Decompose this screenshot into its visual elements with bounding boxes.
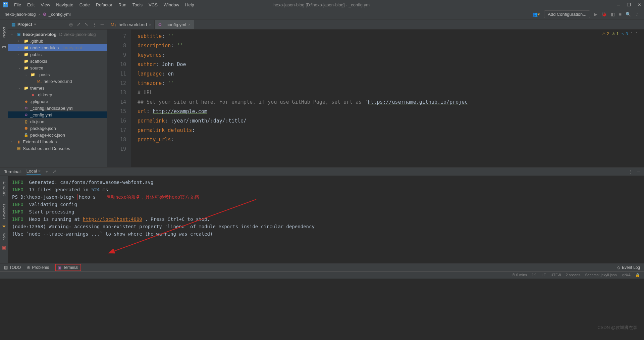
problems-tool-button[interactable]: ⊘ Problems	[27, 265, 49, 270]
tree-item-_config.yml[interactable]: ⚙_config.yml	[8, 111, 107, 118]
maximize-icon[interactable]: ❐	[627, 2, 631, 7]
target-icon[interactable]: ◎	[69, 22, 73, 27]
favorites-tool-button[interactable]: Favorites	[2, 201, 6, 222]
npm-tool-button[interactable]: npm	[2, 231, 6, 243]
status-item-4[interactable]: 2 spaces	[566, 273, 580, 277]
breadcrumb[interactable]: hexo-jason-blog › ⚙ _config.yml	[5, 12, 71, 17]
tab-hello-world.md[interactable]: M↓hello-world.md×	[107, 20, 155, 29]
terminal-tab-local[interactable]: Local ×	[26, 168, 41, 175]
external-libraries[interactable]: ›▮External Libraries	[8, 138, 107, 145]
tree-item-hello-world.md[interactable]: M↓hello-world.md	[8, 78, 107, 85]
more-icon[interactable]: ⋮	[92, 22, 97, 27]
weak-warning-icon[interactable]: ⚠1	[612, 32, 619, 36]
structure-tool-button[interactable]: Structure	[2, 179, 6, 199]
search-icon[interactable]: 🔍	[626, 12, 631, 17]
breadcrumb-root[interactable]: hexo-jason-blog	[5, 12, 36, 17]
breadcrumb-file[interactable]: _config.yml	[49, 12, 71, 17]
svg-rect-1	[4, 3, 5, 4]
terminal-title: Terminal:	[4, 169, 22, 174]
terminal-tool-button[interactable]: ▣ Terminal	[55, 264, 81, 271]
code-area[interactable]: subtitle: ''description: ''keywords: aut…	[131, 30, 644, 167]
main-menu: FileEditViewNavigateCodeRefactorRunTools…	[11, 1, 197, 8]
status-item-7[interactable]: 🔒	[635, 273, 640, 277]
coverage-icon[interactable]: ◧	[611, 12, 615, 17]
tree-item-themes[interactable]: ⌄📁themes	[8, 85, 107, 91]
menu-refactor[interactable]: Refactor	[93, 1, 115, 8]
chevron-down-icon[interactable]: ˅	[635, 32, 637, 36]
project-tree[interactable]: ⌄▣ hexo-jason-blog D:\hexo-jason-blog ›📁…	[8, 30, 107, 167]
todo-tool-button[interactable]: ▤ TODO	[4, 265, 21, 270]
menu-navigate[interactable]: Navigate	[53, 1, 76, 8]
add-configuration-button[interactable]: Add Configuration...	[544, 10, 590, 18]
editor-body[interactable]: 78910111213141516171819 subtitle: ''desc…	[107, 30, 644, 167]
typo-icon[interactable]: ∿3	[621, 32, 628, 36]
menu-window[interactable]: Window	[161, 1, 182, 8]
menu-help[interactable]: Help	[182, 1, 197, 8]
menu-edit[interactable]: Edit	[24, 1, 37, 8]
main-layout: Project ▭ ▤Project ▾ ◎ ⤢ ⤡ ⋮ ─ ⌄▣ hexo-j…	[0, 19, 644, 167]
menu-tools[interactable]: Tools	[130, 1, 145, 8]
project-title[interactable]: ▤Project ▾	[11, 22, 36, 27]
tree-item-.github[interactable]: ›📁.github	[8, 38, 107, 44]
tree-root[interactable]: ⌄▣ hexo-jason-blog D:\hexo-jason-blog	[8, 31, 107, 38]
warning-icon[interactable]: ⚠2	[602, 32, 609, 36]
status-item-5[interactable]: Schema: jekyll.json	[585, 273, 617, 277]
tab-_config.yml[interactable]: ⚙_config.yml×	[155, 20, 194, 29]
debug-icon[interactable]: 🐞	[601, 12, 607, 17]
chevron-up-icon[interactable]: ˄	[631, 32, 633, 36]
tree-item-node_modules[interactable]: ›📁node_moduleslibrary root	[8, 44, 107, 51]
tree-item-scaffolds[interactable]: 📁scaffolds	[8, 58, 107, 64]
gutter: 78910111213141516171819	[107, 30, 131, 167]
inspections-widget[interactable]: ⚠2 ⚠1 ∿3 ˄ ˅	[602, 32, 637, 36]
menu-vcs[interactable]: VCS	[146, 1, 160, 8]
remote-host-icon[interactable]: ▭	[2, 44, 6, 49]
status-item-3[interactable]: UTF-8	[550, 273, 561, 277]
hide-icon[interactable]: ─	[101, 22, 104, 27]
menu-code[interactable]: Code	[77, 1, 93, 8]
tree-item-db.json[interactable]: {}db.json	[8, 118, 107, 125]
tree-item-source[interactable]: ⌄📁source	[8, 64, 107, 71]
minimize-icon[interactable]: ─	[617, 2, 620, 7]
expand-terminal-icon[interactable]: ⤢	[53, 169, 56, 174]
scratches-consoles[interactable]: ▤Scratches and Consoles	[8, 145, 107, 152]
npm-icon[interactable]: ▣	[2, 245, 6, 250]
tree-item-_posts[interactable]: ⌄📁_posts	[8, 71, 107, 78]
stop-icon[interactable]: ■	[619, 12, 622, 17]
menu-view[interactable]: View	[38, 1, 53, 8]
run-icon[interactable]: ▶	[594, 12, 597, 17]
tree-item-.gitignore[interactable]: ◆.gitignore	[8, 98, 107, 105]
tree-item-package-lock.json[interactable]: 🔒package-lock.json	[8, 132, 107, 138]
tree-item-package.json[interactable]: ⬢package.json	[8, 125, 107, 132]
menu-file[interactable]: File	[11, 1, 24, 8]
app-logo-icon	[3, 2, 8, 7]
expand-icon[interactable]: ⤢	[77, 22, 80, 27]
people-icon[interactable]: 👥▾	[532, 12, 540, 17]
tree-item-.gitkeep[interactable]: ◆.gitkeep	[8, 91, 107, 98]
status-item-0[interactable]: ⏱ 6 mins	[512, 273, 527, 277]
close-icon[interactable]: ×	[38, 168, 41, 174]
tree-item-public[interactable]: ›📁public	[8, 51, 107, 58]
navigation-bar: hexo-jason-blog › ⚙ _config.yml 👥▾ Add C…	[0, 9, 644, 19]
status-item-2[interactable]: LF	[541, 273, 546, 277]
status-item-1[interactable]: 1:1	[532, 273, 537, 277]
tree-item-_config.landscape.yml[interactable]: ⚙_config.landscape.yml	[8, 105, 107, 111]
hide-icon[interactable]: ─	[637, 169, 640, 174]
terminal-panel[interactable]: INFO Generated: css/fonts/fontawesome-we…	[8, 176, 644, 263]
more-icon[interactable]: ⋮	[629, 169, 633, 174]
bottom-toolbar: ▤ TODO ⊘ Problems ▣ Terminal ◇ Event Log	[0, 263, 644, 271]
close-icon[interactable]: ✕	[638, 2, 641, 7]
star-icon[interactable]: ★	[2, 224, 6, 229]
svg-rect-2	[6, 3, 7, 4]
project-tool-icon[interactable]: Project	[2, 27, 6, 38]
add-terminal-button[interactable]: +	[45, 169, 48, 174]
settings-icon[interactable]: ⛬	[635, 12, 639, 17]
close-icon[interactable]: ×	[149, 22, 151, 27]
collapse-icon[interactable]: ⤡	[85, 22, 88, 27]
event-log-button[interactable]: ◇ Event Log	[617, 265, 640, 270]
bottom-layout: Structure Favorites ★ npm ▣ INFO Generat…	[0, 176, 644, 263]
editor: M↓hello-world.md×⚙_config.yml× ⚠2 ⚠1 ∿3 …	[107, 19, 644, 167]
close-icon[interactable]: ×	[188, 22, 190, 27]
menu-run[interactable]: Run	[116, 1, 129, 8]
project-tool-window: ▤Project ▾ ◎ ⤢ ⤡ ⋮ ─ ⌄▣ hexo-jason-blog …	[8, 19, 107, 167]
status-item-6[interactable]: ⊘N/A	[622, 273, 631, 277]
